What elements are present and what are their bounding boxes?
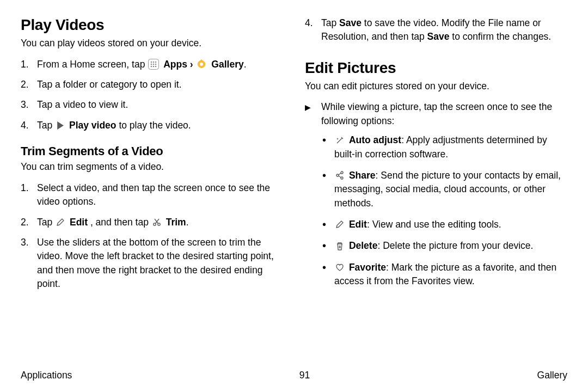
edit-label: Edit [70, 217, 88, 228]
step-1: From a Home screen, tap Apps › Gallery. [21, 58, 283, 71]
gallery-label: Gallery [211, 59, 243, 70]
play-videos-steps: From a Home screen, tap Apps › Gallery. … [21, 58, 283, 133]
gallery-icon [196, 59, 207, 70]
trim-steps: Select a video, and then tap the screen … [21, 181, 283, 291]
page-footer: Applications 91 Gallery [21, 370, 567, 381]
left-column: Play Videos You can play videos stored o… [21, 16, 283, 297]
svg-point-1 [151, 62, 152, 63]
trim-step-1: Select a video, and then tap the screen … [21, 181, 283, 209]
option-edit: Edit: View and use the editing tools. [322, 218, 567, 231]
play-video-label: Play video [69, 120, 117, 131]
continued-steps: Tap Save to save the video. Modify the F… [305, 16, 567, 44]
step-3: Tap a video to view it. [21, 98, 283, 112]
footer-left: Applications [21, 370, 72, 381]
option-share: Share: Send the picture to your contacts… [322, 169, 567, 210]
play-icon [56, 121, 65, 130]
options-list: Auto adjust: Apply adjustments determine… [305, 133, 567, 288]
auto-adjust-icon [335, 136, 345, 145]
delete-icon [335, 241, 345, 251]
share-label: Share [349, 170, 376, 181]
play-videos-intro: You can play videos stored on your devic… [21, 37, 283, 50]
svg-point-14 [336, 174, 339, 176]
svg-point-10 [200, 63, 203, 66]
svg-point-5 [153, 64, 155, 65]
svg-point-15 [341, 177, 343, 179]
svg-point-13 [341, 171, 343, 174]
svg-point-2 [153, 62, 155, 63]
step-2: Tap a folder or category to open it. [21, 78, 283, 91]
trim-step-2: Tap Edit , and then tap Trim. [21, 216, 283, 229]
trim-intro: You can trim segments of a video. [21, 161, 283, 174]
save-label-1: Save [339, 17, 362, 28]
step-4: Tap Play video to play the video. [21, 119, 283, 132]
option-delete: Delete: Delete the picture from your dev… [322, 239, 567, 253]
page-number: 91 [299, 370, 310, 381]
svg-point-9 [155, 66, 157, 68]
scissors-icon [152, 217, 162, 227]
play-videos-heading: Play Videos [21, 16, 283, 34]
trim-step-3: Use the sliders at the bottom of the scr… [21, 236, 283, 291]
auto-adjust-label: Auto adjust [349, 134, 401, 145]
edit-icon [335, 219, 345, 229]
svg-point-8 [153, 66, 155, 68]
share-icon [335, 170, 345, 180]
edit-pictures-heading: Edit Pictures [305, 59, 567, 77]
favorite-label: Favorite [349, 262, 386, 273]
svg-point-3 [155, 62, 157, 63]
triangle-item: While viewing a picture, tap the screen … [305, 100, 567, 128]
edit-icon [56, 217, 65, 227]
apps-icon [148, 59, 159, 70]
svg-point-7 [151, 66, 152, 68]
apps-label: Apps [163, 59, 187, 70]
favorite-icon [335, 262, 345, 272]
trim-heading: Trim Segments of a Video [21, 144, 283, 158]
trim-label: Trim [166, 217, 186, 228]
option-favorite: Favorite: Mark the picture as a favorite… [322, 261, 567, 289]
right-column: Tap Save to save the video. Modify the F… [305, 16, 567, 297]
svg-point-6 [155, 64, 157, 65]
breadcrumb-chevron: › [190, 59, 196, 70]
footer-right: Gallery [537, 370, 567, 381]
cont-step-4: Tap Save to save the video. Modify the F… [305, 16, 567, 44]
save-label-2: Save [427, 31, 450, 42]
svg-point-4 [151, 64, 152, 65]
edit-pictures-intro: You can edit pictures stored on your dev… [305, 80, 567, 93]
option-auto-adjust: Auto adjust: Apply adjustments determine… [322, 133, 567, 161]
edit-option-label: Edit [349, 219, 367, 230]
delete-label: Delete [349, 240, 378, 251]
